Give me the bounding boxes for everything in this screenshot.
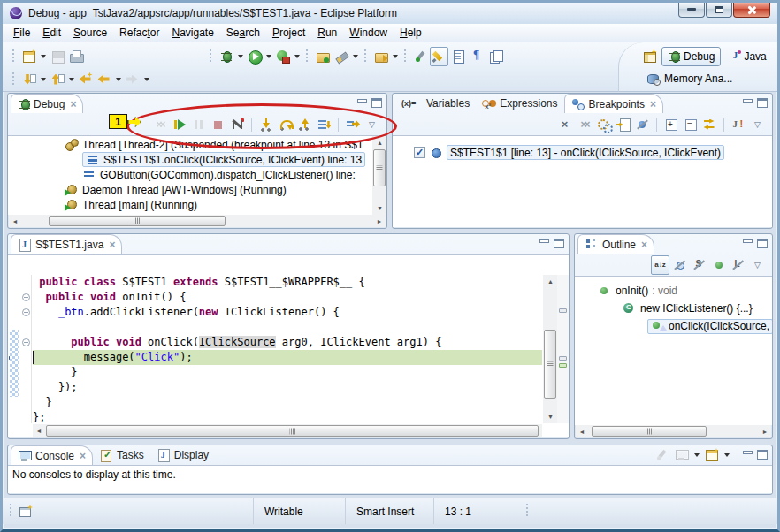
menu-run[interactable]: Run	[311, 25, 343, 41]
last-edit-location-button[interactable]	[76, 70, 95, 89]
menu-file[interactable]: File	[7, 25, 36, 41]
dropdown-arrow-icon[interactable]	[722, 445, 731, 465]
perspective-java-button[interactable]: J Java	[723, 47, 772, 66]
outline-tree-row[interactable]: onInit() : void	[575, 282, 772, 300]
tab-close-icon[interactable]: ×	[109, 240, 115, 249]
fast-view-icon[interactable]	[19, 505, 33, 519]
skip-all-breakpoints-button[interactable]	[633, 115, 652, 134]
link-with-editor-button[interactable]	[486, 47, 504, 66]
code-line[interactable]: public void onInit() {	[33, 290, 542, 305]
fold-collapse-icon[interactable]	[22, 308, 30, 316]
window-minimize-button[interactable]	[678, 2, 705, 18]
window-restore-button[interactable]	[706, 2, 732, 18]
expand-all-button[interactable]	[661, 115, 680, 134]
outline-horizontal-scrollbar[interactable]: ◄ ►	[576, 425, 771, 437]
maximize-view-button[interactable]	[757, 239, 768, 248]
minimize-view-button[interactable]	[539, 239, 549, 243]
title-bar[interactable]: Debug - app_TstJava2/appsrc/app/runnable…	[3, 3, 777, 24]
debug-tree-row[interactable]: Thread [main] (Running)	[8, 197, 372, 212]
run-button[interactable]	[245, 47, 264, 66]
menu-edit[interactable]: Edit	[36, 25, 67, 41]
show-selected-source-button[interactable]	[448, 47, 467, 66]
maximize-view-button[interactable]	[554, 239, 564, 248]
scroll-up-arrow[interactable]: ▲	[544, 275, 557, 288]
dropdown-arrow-icon[interactable]	[350, 47, 360, 66]
new-wizard-button[interactable]	[19, 47, 38, 66]
toolbar-drag-handle[interactable]	[209, 49, 213, 65]
scroll-right-arrow[interactable]: ►	[759, 425, 771, 437]
tab-expressions[interactable]: Expressions	[476, 94, 563, 113]
open-type-button[interactable]	[313, 47, 332, 66]
link-with-view-button[interactable]	[700, 115, 719, 134]
forward-button[interactable]	[123, 70, 141, 89]
tab-close-icon[interactable]: ×	[70, 100, 76, 109]
hide-fields-button[interactable]	[670, 255, 689, 275]
tab-close-icon[interactable]: ×	[641, 240, 647, 249]
dropdown-arrow-icon[interactable]	[235, 47, 245, 66]
breakpoint-row[interactable]: S$TEST1$1 [line: 13] - onClick(IClickSou…	[393, 145, 772, 160]
collapse-all-button[interactable]	[681, 115, 700, 134]
hide-local-types-button[interactable]	[729, 255, 747, 275]
tab-close-icon[interactable]: ×	[650, 100, 656, 109]
link-with-debug-button[interactable]	[614, 115, 632, 134]
scroll-left-arrow[interactable]: ◄	[576, 425, 588, 437]
next-annotation-button[interactable]	[19, 70, 38, 89]
maximize-view-button[interactable]	[757, 98, 768, 108]
perspective-memory-button[interactable]: Memory Ana...	[640, 69, 738, 88]
maximize-view-button[interactable]	[757, 450, 768, 460]
open-perspective-button[interactable]	[640, 47, 659, 66]
scroll-left-arrow[interactable]: ◄	[33, 424, 45, 437]
menu-navigate[interactable]: Navigate	[165, 25, 219, 41]
breakpoint-checkbox[interactable]	[414, 147, 425, 158]
toolbar-drag-handle[interactable]	[305, 49, 310, 65]
print-button[interactable]	[66, 47, 85, 66]
tab-variables[interactable]: (x)= Variables	[395, 94, 476, 113]
save-button[interactable]	[48, 47, 66, 66]
overview-ruler[interactable]	[557, 275, 569, 423]
fold-collapse-icon[interactable]	[22, 293, 30, 301]
code-line[interactable]: _btn.addClickListener(new IClickListener…	[33, 305, 542, 320]
overview-current-line-mark[interactable]	[559, 363, 567, 368]
back-button[interactable]	[95, 70, 113, 89]
debug-tree-row[interactable]: S$TEST1$1.onClick(IClickSource, IClickEv…	[8, 152, 372, 167]
dropdown-arrow-icon[interactable]	[38, 47, 48, 66]
debug-tree-row[interactable]: GOButton(GOCommon).dispatch_IClickListen…	[8, 167, 372, 182]
maximize-view-button[interactable]	[371, 98, 382, 108]
remove-all-button[interactable]: ××	[575, 115, 593, 134]
toolbar-drag-handle[interactable]	[11, 49, 16, 65]
code-area[interactable]: public class S$TEST1 extends S$TEST1__$W…	[33, 275, 542, 423]
dropdown-arrow-icon[interactable]	[264, 47, 273, 66]
scroll-right-arrow[interactable]: ►	[373, 215, 386, 227]
scroll-down-arrow[interactable]: ▼	[373, 201, 386, 215]
code-line[interactable]: }	[33, 395, 542, 410]
editor-content[interactable]: public class S$TEST1 extends S$TEST1__$W…	[8, 254, 569, 437]
toolbar-drag-handle[interactable]	[363, 49, 368, 65]
editor-horizontal-scrollbar[interactable]: ◄	[33, 424, 542, 437]
open-resource-button[interactable]	[371, 47, 390, 66]
outline-tree-row[interactable]: new IClickListener() {...}	[575, 300, 772, 317]
code-line[interactable]: });	[33, 380, 542, 395]
minimize-view-button[interactable]	[743, 451, 753, 454]
editor-vertical-scrollbar[interactable]: ▲ ▼	[543, 275, 557, 423]
prev-annotation-button[interactable]	[48, 70, 66, 89]
display-selected-console-button[interactable]	[672, 445, 691, 465]
code-line[interactable]: }	[33, 365, 542, 380]
scroll-down-arrow[interactable]: ▼	[544, 410, 557, 423]
debug-vertical-scrollbar[interactable]: ▲ ▼	[372, 136, 386, 215]
dropdown-arrow-icon[interactable]	[141, 70, 151, 89]
view-menu-button[interactable]: ▽	[748, 255, 767, 275]
tab-console[interactable]: Console ×	[11, 445, 93, 465]
code-line[interactable]: public class S$TEST1 extends S$TEST1__$W…	[33, 275, 542, 290]
show-whitespace-button[interactable]: ¶	[467, 47, 486, 66]
current-debug-line[interactable]: message("Click");	[33, 350, 542, 365]
menu-help[interactable]: Help	[394, 25, 428, 41]
annotation-ruler[interactable]	[8, 275, 20, 423]
open-console-button[interactable]	[702, 445, 721, 465]
debug-horizontal-scrollbar[interactable]: ◄ ►	[9, 215, 386, 227]
dropdown-arrow-icon[interactable]	[66, 70, 76, 89]
code-line[interactable]: };	[33, 410, 542, 423]
perspective-debug-button[interactable]: Debug	[661, 47, 721, 66]
statusbar-handle[interactable]	[526, 504, 530, 520]
toolbar-drag-handle[interactable]	[403, 49, 408, 65]
tab-debug[interactable]: Debug ×	[11, 94, 83, 113]
